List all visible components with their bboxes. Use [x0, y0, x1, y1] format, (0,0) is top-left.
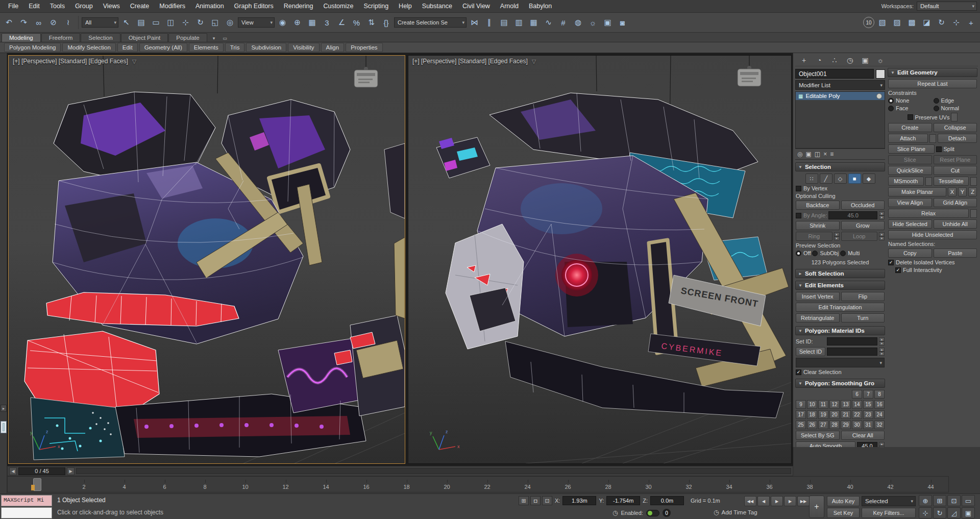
- select-and-manipulate-icon[interactable]: ⊕: [290, 16, 304, 30]
- set-id-field[interactable]: [827, 337, 877, 345]
- unlink-selection-icon[interactable]: ⊘: [46, 16, 60, 30]
- auto-smooth-button[interactable]: Auto Smooth: [796, 441, 855, 447]
- maxscript-mini-listener[interactable]: MAXScript Mi: [1, 495, 52, 506]
- select-by-name-icon[interactable]: ▤: [134, 16, 148, 30]
- auto-key-button[interactable]: Auto Key: [827, 496, 860, 506]
- mirror-icon[interactable]: ⋈: [468, 16, 481, 30]
- create-tab-icon[interactable]: +: [799, 56, 808, 64]
- hide-selected-button[interactable]: Hide Selected: [888, 219, 932, 229]
- menu-item[interactable]: Graph Editors: [229, 1, 279, 11]
- arc-rotate-icon[interactable]: ↻: [935, 16, 948, 30]
- select-object-icon[interactable]: ↖: [119, 16, 133, 30]
- retriangulate-button[interactable]: Retriangulate: [796, 313, 840, 323]
- ribbon-panel-button[interactable]: Subdivision: [246, 43, 286, 52]
- smoothing-group-button[interactable]: 11: [818, 400, 828, 409]
- snap-pipette-icon[interactable]: ⊹: [949, 16, 963, 30]
- set-id-spinner[interactable]: ▲▼: [879, 337, 885, 345]
- ribbon-minimize-icon[interactable]: ▭: [220, 35, 229, 42]
- full-interactivity-checkbox[interactable]: ✓Full Interactivity: [895, 267, 977, 273]
- toggle-ribbon-icon[interactable]: ▦: [527, 16, 541, 30]
- menu-item[interactable]: Animation: [190, 1, 229, 11]
- msmooth-settings-icon[interactable]: [925, 177, 932, 186]
- smoothing-group-button[interactable]: 30: [852, 421, 862, 429]
- smoothing-group-button[interactable]: 8: [874, 390, 885, 399]
- smoothing-group-button[interactable]: 32: [874, 421, 885, 429]
- detach-button[interactable]: Detach: [938, 134, 977, 143]
- smoothing-group-button[interactable]: 16: [874, 400, 885, 409]
- quickslice-button[interactable]: QuickSlice: [888, 166, 932, 175]
- view-layers-icon[interactable]: ◪: [920, 16, 934, 30]
- delete-isolated-vertices-checkbox[interactable]: ✓Delete Isolated Vertices: [888, 259, 977, 265]
- create-button[interactable]: Create: [888, 123, 932, 132]
- orbit-icon[interactable]: ↻: [933, 507, 946, 518]
- viewport-canvas-right[interactable]: SCREEN FRONT CYBERMIKE: [408, 56, 791, 463]
- clear-selection-checkbox[interactable]: ✓Clear Selection: [796, 369, 885, 375]
- keyboard-shortcut-override-icon[interactable]: ▦: [305, 16, 319, 30]
- schematic-view-icon[interactable]: #: [556, 16, 570, 30]
- by-angle-field[interactable]: 45.0: [828, 211, 877, 219]
- viewport-filter-icon[interactable]: ▽: [532, 58, 536, 65]
- edge-mode-icon[interactable]: ╱: [820, 174, 832, 184]
- selection-filter-select[interactable]: All: [82, 17, 118, 28]
- menu-item[interactable]: Edit: [23, 1, 45, 11]
- preview-multi-radio[interactable]: Multi: [840, 250, 860, 256]
- smoothing-group-button[interactable]: 21: [841, 410, 851, 419]
- ribbon-panel-button[interactable]: Visibility: [288, 43, 319, 52]
- menu-item[interactable]: Help: [394, 1, 417, 11]
- loop-button[interactable]: Loop: [841, 232, 878, 241]
- ribbon-tab[interactable]: Selection: [81, 33, 120, 42]
- rollout-header-selection[interactable]: ▼ Selection: [795, 162, 885, 171]
- viewport-label-text[interactable]: [+] [Perspective] [Standard] [Edged Face…: [412, 58, 528, 65]
- slice-plane-button[interactable]: Slice Plane: [888, 144, 935, 154]
- pin-stack-icon[interactable]: ◎: [797, 151, 802, 158]
- remove-modifier-icon[interactable]: ×: [823, 151, 827, 158]
- menu-item[interactable]: Tools: [45, 1, 70, 11]
- maxscript-listener-white[interactable]: [1, 507, 52, 518]
- selection-lock-toggle-icon[interactable]: ◘: [530, 496, 541, 505]
- render-production-icon[interactable]: ◙: [616, 16, 629, 30]
- smoothing-group-button[interactable]: 29: [841, 421, 851, 429]
- tessellate-settings-icon[interactable]: [970, 177, 977, 186]
- preserve-uvs-settings-icon[interactable]: [951, 113, 958, 121]
- constraint-face-radio[interactable]: Face: [888, 105, 932, 111]
- select-and-rotate-icon[interactable]: ↻: [193, 16, 207, 30]
- menu-item[interactable]: Modifiers: [154, 1, 190, 11]
- reset-plane-button[interactable]: Reset Plane: [934, 155, 977, 164]
- ribbon-tab[interactable]: Modeling: [2, 33, 41, 42]
- configure-modifier-sets-icon[interactable]: ≡: [830, 151, 834, 158]
- redo-icon[interactable]: ↷: [17, 16, 31, 30]
- vertex-mode-icon[interactable]: ∷: [805, 174, 818, 184]
- hierarchy-tab-icon[interactable]: ∴: [830, 56, 839, 64]
- next-frame-icon[interactable]: ▶: [784, 496, 796, 506]
- viewport-label-text[interactable]: [+] [Perspective] [Standard] [Edged Face…: [13, 58, 128, 65]
- transform-type-in-icon[interactable]: ⊞: [519, 496, 529, 505]
- toggle-scene-explorer-icon[interactable]: ▤: [497, 16, 511, 30]
- y-coordinate-field[interactable]: -1.754m: [606, 496, 640, 505]
- expand-tray-icon[interactable]: ▸: [1, 405, 7, 412]
- smoothing-group-button[interactable]: 25: [796, 421, 806, 429]
- next-key-icon[interactable]: ▶: [67, 467, 75, 475]
- select-id-field[interactable]: [827, 348, 877, 356]
- ribbon-panel-button[interactable]: Modify Selection: [62, 43, 115, 52]
- absolute-offset-toggle-icon[interactable]: ⊡: [542, 496, 552, 505]
- split-checkbox[interactable]: Split: [936, 146, 977, 152]
- set-keys-button[interactable]: +: [809, 496, 824, 518]
- select-by-sg-button[interactable]: Select By SG: [796, 431, 840, 440]
- clear-all-button[interactable]: Clear All: [841, 431, 885, 440]
- set-key-button[interactable]: Set Key: [827, 508, 860, 518]
- smoothing-group-button[interactable]: 24: [874, 410, 885, 419]
- menu-item[interactable]: Rendering: [279, 1, 318, 11]
- edit-named-selection-sets-icon[interactable]: {}: [379, 16, 393, 30]
- menu-item[interactable]: Customize: [318, 1, 358, 11]
- rollout-header-smoothing-groups[interactable]: ▼ Polygon: Smoothing Gro: [795, 379, 885, 388]
- material-id-names-select[interactable]: [796, 358, 885, 367]
- view-align-button[interactable]: View Align: [888, 198, 932, 207]
- modify-tab-icon[interactable]: ◔: [815, 56, 824, 64]
- key-filters-button[interactable]: Key Filters...: [862, 508, 916, 518]
- add-time-tag[interactable]: ◷ Add Time Tag: [714, 509, 757, 516]
- viewport-right[interactable]: [+] [Perspective] [Standard] [Edged Face…: [408, 55, 792, 464]
- track-bar-strip[interactable]: [76, 468, 791, 474]
- snaps-toggle-3d-icon[interactable]: 3: [320, 16, 334, 30]
- z-coordinate-field[interactable]: 0.0m: [650, 496, 684, 505]
- window-crossing-icon[interactable]: ◫: [164, 16, 178, 30]
